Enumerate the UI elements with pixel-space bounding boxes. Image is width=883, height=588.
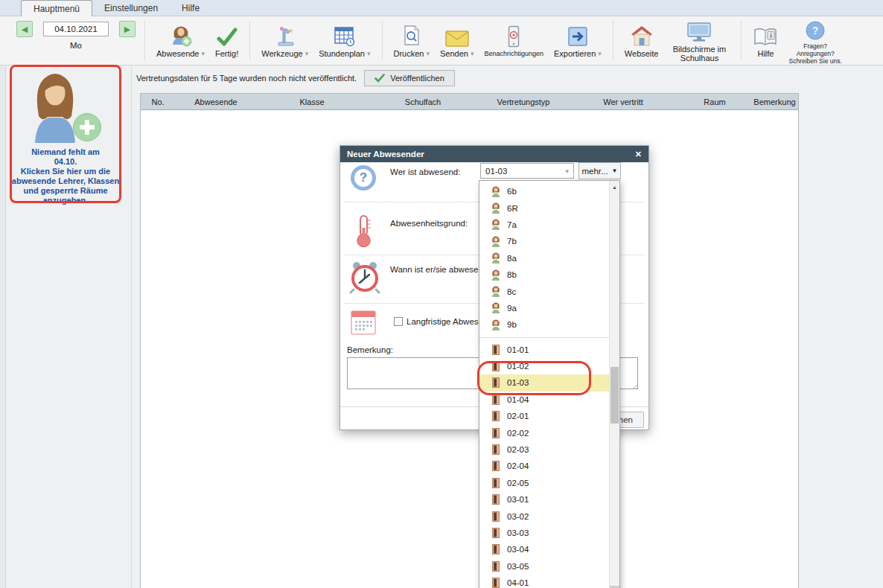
toolbar-label: Senden (440, 49, 468, 58)
toolbar-label: Bildschirme im Schulhaus (669, 45, 730, 63)
toolbar-button-fertig[interactable]: Fertig! (210, 19, 243, 63)
option-label: 02-01 (507, 412, 529, 421)
room-door-icon (491, 478, 501, 488)
toolbar-button-exportieren[interactable]: Exportieren▾ (549, 19, 607, 63)
thermometer-icon (352, 214, 374, 252)
column-header-vertretungstyp[interactable]: Vertretungstyp (479, 98, 568, 106)
tools-icon (273, 22, 297, 47)
room-door-icon (491, 578, 501, 588)
option-label: 03-03 (507, 528, 529, 537)
room-door-icon (491, 561, 501, 572)
who-dropdown-list: 6b6R7a7b8a8b8c9a9b01-0101-0201-0301-0402… (479, 181, 609, 588)
publish-button[interactable]: Veröffentlichen (364, 70, 455, 86)
remark-label: Bemerkung: (347, 345, 393, 354)
toolbar-button-stundenplan[interactable]: Stundenplan▾ (313, 19, 375, 63)
class-icon (491, 186, 501, 197)
toolbar-button-hilfe[interactable]: i Hilfe (747, 19, 783, 63)
who-absent-value: 01-03 (485, 167, 507, 176)
option-label: 02-02 (507, 429, 529, 438)
dropdown-option-01-01[interactable]: 01-01 (479, 342, 609, 358)
toolbar-button-webseite[interactable]: Webseite (619, 19, 664, 63)
room-door-icon (491, 394, 501, 405)
dropdown-option-02-02[interactable]: 02-02 (479, 424, 609, 441)
dialog-titlebar[interactable]: Neuer Abwesender ✕ (340, 146, 648, 162)
option-label: 01-03 (507, 378, 529, 387)
absent-person-avatar (31, 70, 79, 144)
room-door-icon (491, 411, 501, 421)
dropdown-option-01-04[interactable]: 01-04 (479, 392, 609, 408)
envelope-icon (445, 22, 469, 47)
toolbar-button-kontakt[interactable]: ? Fragen? Anregungen? Schreiben Sie uns. (783, 12, 847, 69)
option-label: 01-02 (507, 362, 529, 371)
option-label: 7a (507, 220, 517, 229)
scrollbar-thumb[interactable] (611, 367, 619, 424)
dropdown-option-03-01[interactable]: 03-01 (479, 491, 609, 508)
toolbar-button-abwesende[interactable]: Abwesende▾ (151, 19, 210, 63)
dropdown-option-8a[interactable]: 8a (479, 250, 609, 266)
dropdown-option-03-02[interactable]: 03-02 (479, 508, 609, 524)
date-input[interactable] (43, 22, 109, 36)
toolbar-button-bildschirme[interactable]: Bildschirme im Schulhaus (663, 14, 735, 67)
dropdown-option-7b[interactable]: 7b (479, 233, 609, 249)
dropdown-caret-icon: ▾ (305, 50, 309, 57)
dropdown-option-8b[interactable]: 8b (479, 266, 609, 283)
dropdown-option-6b[interactable]: 6b (479, 183, 609, 199)
dropdown-option-01-02[interactable]: 01-02 (479, 358, 609, 374)
column-header-wer-vertritt[interactable]: Wer vertritt (568, 98, 678, 106)
who-absent-combobox[interactable]: 01-03 ▾ (480, 163, 574, 179)
sidebar-collapse-strip[interactable] (0, 65, 6, 588)
previous-day-button[interactable]: ◀ (16, 21, 33, 37)
toolbar-label: Hilfe (757, 49, 774, 58)
scroll-up-icon[interactable]: ▲ (610, 181, 619, 193)
room-door-icon (491, 511, 501, 522)
toolbar-button-drucken[interactable]: Drucken▾ (389, 19, 436, 63)
dropdown-option-02-04[interactable]: 02-04 (479, 458, 609, 474)
toolbar-label: Werkzeuge (261, 49, 302, 58)
column-header-abwesende[interactable]: Abwesende (175, 98, 257, 106)
dropdown-option-03-03[interactable]: 03-03 (479, 525, 609, 541)
column-header-klasse[interactable]: Klasse (257, 98, 367, 106)
class-icon (491, 319, 501, 330)
menu-tabbar: Hauptmenü Einstellungen Hilfe (0, 0, 883, 16)
more-button[interactable]: mehr... ▼ (578, 162, 621, 179)
toolbar-label: Exportieren (554, 49, 596, 58)
class-icon (491, 269, 501, 281)
longterm-absence-checkbox[interactable] (394, 317, 403, 326)
class-icon (491, 219, 501, 230)
option-label: 6R (507, 204, 518, 213)
column-header-bemerkung[interactable]: Bemerkung (751, 98, 798, 106)
tab-einstellungen[interactable]: Einstellungen (92, 0, 170, 16)
column-header-schulfach[interactable]: Schulfach (367, 98, 479, 106)
date-navigation: ◀ ▶ Mo (0, 16, 144, 65)
dropdown-option-03-05[interactable]: 03-05 (479, 558, 609, 575)
tab-hilfe[interactable]: Hilfe (170, 0, 211, 16)
dropdown-option-8c[interactable]: 8c (479, 283, 609, 299)
dropdown-option-02-01[interactable]: 02-01 (479, 408, 609, 424)
toolbar-button-werkzeuge[interactable]: Werkzeuge▾ (256, 19, 313, 63)
dropdown-option-02-03[interactable]: 02-03 (479, 441, 609, 458)
room-door-icon (491, 377, 501, 388)
phone-notification-icon (507, 22, 520, 48)
next-day-button[interactable]: ▶ (119, 21, 136, 37)
dropdown-option-9b[interactable]: 9b (479, 316, 609, 333)
dropdown-option-02-05[interactable]: 02-05 (479, 475, 609, 491)
dropdown-option-6R[interactable]: 6R (479, 199, 609, 216)
add-absentee-panel[interactable]: Niemand fehlt am 04.10. Klicken Sie hier… (10, 67, 121, 202)
column-header-no-[interactable]: No. (141, 98, 175, 106)
option-label: 01-01 (507, 345, 529, 354)
option-label: 9a (507, 304, 517, 313)
dropdown-option-04-01[interactable]: 04-01 (479, 575, 609, 588)
check-icon (374, 74, 385, 83)
toolbar-button-senden[interactable]: Senden▾ (435, 19, 479, 63)
toolbar-label: Stundenplan (319, 49, 365, 58)
dropdown-option-01-03[interactable]: 01-03 (479, 374, 609, 391)
room-door-icon (491, 345, 501, 355)
tab-hauptmenu[interactable]: Hauptmenü (21, 0, 92, 16)
dropdown-option-7a[interactable]: 7a (479, 217, 609, 233)
close-icon[interactable]: ✕ (635, 150, 642, 159)
toolbar-button-benachrichtigungen[interactable]: Benachrichtigungen (479, 19, 549, 62)
dropdown-option-9a[interactable]: 9a (479, 300, 609, 316)
dropdown-scrollbar[interactable]: ▲ ▼ (609, 181, 619, 588)
column-header-raum[interactable]: Raum (678, 98, 751, 106)
dropdown-option-03-04[interactable]: 03-04 (479, 541, 609, 557)
